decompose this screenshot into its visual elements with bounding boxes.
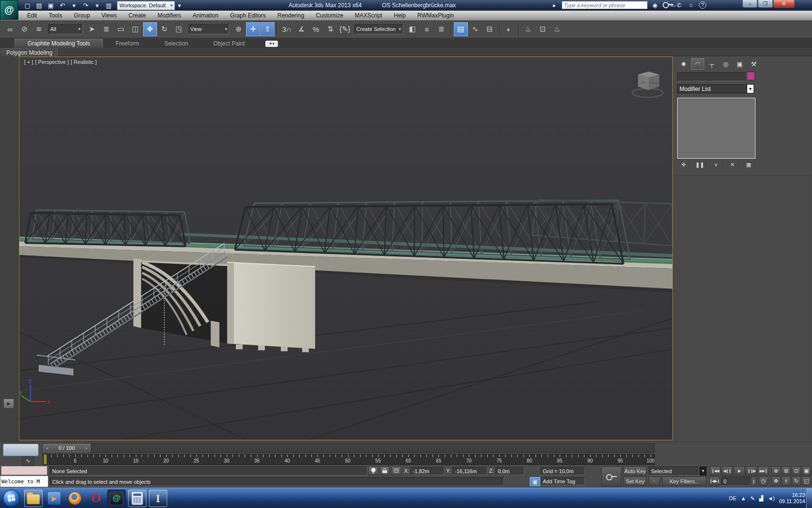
menu-rwmaxplugin[interactable]: RWMaxPlugin <box>411 11 460 20</box>
keyboard-shortcut-override-icon[interactable]: ⇧ <box>261 22 275 36</box>
play-animation-button[interactable]: ▶ <box>734 466 745 476</box>
tab-freeform[interactable]: Freeform <box>103 39 152 48</box>
zoom-all-icon[interactable]: ⊞ <box>782 466 791 476</box>
edit-named-selection-sets-icon[interactable]: {✎} <box>338 22 352 36</box>
previous-frame-button[interactable]: ◀❙❙ <box>722 466 733 476</box>
tab-object-paint[interactable]: Object Paint <box>201 39 257 48</box>
spinner-down-icon[interactable]: ▼ <box>752 481 756 483</box>
next-frame-arrow[interactable]: > <box>82 446 90 450</box>
language-indicator[interactable]: DE <box>729 495 736 501</box>
taskbar-3dsmax-button[interactable] <box>107 490 126 507</box>
select-and-rotate-icon[interactable]: ↻ <box>158 22 172 36</box>
search-icon[interactable]: ◉ <box>651 2 659 9</box>
menu-rendering[interactable]: Rendering <box>272 11 310 20</box>
lightbulb-icon[interactable] <box>368 466 378 475</box>
key-mode-toggle-button[interactable]: ❙◀▶❙ <box>710 477 719 486</box>
z-coordinate-field[interactable]: 0,0m <box>495 467 524 475</box>
undo-icon[interactable]: ↶ <box>57 1 68 10</box>
go-to-end-button[interactable]: ▶▶❙ <box>758 466 769 476</box>
key-filters-button[interactable]: Key Filters... <box>662 477 707 486</box>
make-unique-icon[interactable]: ⋎ <box>710 162 723 168</box>
bind-to-space-warp-icon[interactable]: ≋ <box>32 22 46 36</box>
close-button[interactable]: ✕ <box>773 0 795 8</box>
undo-dropdown-icon[interactable]: ▾ <box>69 1 79 10</box>
isolate-selection-icon[interactable]: ▣ <box>530 477 540 486</box>
maximize-viewport-toggle-icon[interactable]: ◱ <box>802 477 811 486</box>
time-slider-handle[interactable]: < 0 / 100 > <box>43 444 90 452</box>
select-by-name-icon[interactable]: ≣ <box>100 22 114 36</box>
utilities-tab-icon[interactable]: ⚒ <box>747 58 760 70</box>
menu-animation[interactable]: Animation <box>187 11 224 20</box>
viewport[interactable]: [ + ] [ Perspective ] [ Realistic ] <box>19 57 673 440</box>
spinner-snap-toggle-icon[interactable]: ⇅ <box>323 22 337 36</box>
workspace-options-button[interactable]: ▾ <box>176 1 183 10</box>
workspace-select[interactable]: Workspace: Default ▾ <box>117 1 175 10</box>
network-icon[interactable]: ▟ <box>759 495 763 502</box>
pen-input-icon[interactable]: ✎ <box>751 495 755 502</box>
modifier-list-dropdown[interactable]: Modifier List <box>677 84 749 93</box>
menu-modifiers[interactable]: Modifiers <box>152 11 187 20</box>
pin-stack-icon[interactable]: ✜ <box>677 162 690 168</box>
auto-key-button[interactable]: Auto Key <box>624 466 647 476</box>
menu-edit[interactable]: Edit <box>21 11 43 20</box>
x-coordinate-field[interactable]: -1,82m <box>410 467 444 475</box>
render-setup-icon[interactable]: ♨ <box>522 22 536 36</box>
modifier-stack[interactable] <box>677 98 755 159</box>
taskbar-explorer-button[interactable] <box>24 490 43 507</box>
menu-views[interactable]: Views <box>96 11 123 20</box>
configure-modifier-sets-icon[interactable]: ▦ <box>742 162 755 168</box>
motion-tab-icon[interactable]: ◎ <box>719 58 732 70</box>
search-input[interactable] <box>562 1 648 9</box>
ribbon-minimize-icon[interactable]: ▼▾ <box>265 41 278 47</box>
search-history-arrow-icon[interactable]: ▸ <box>550 2 559 9</box>
taskbar-firefox-button[interactable] <box>66 490 84 507</box>
reference-coordinate-system-select[interactable]: View▾ <box>188 24 230 34</box>
menu-customize[interactable]: Customize <box>310 11 349 20</box>
select-and-scale-icon[interactable]: ◳ <box>172 22 186 36</box>
current-frame-field[interactable]: 0 <box>721 477 751 486</box>
track-bar[interactable]: 0510152025303540455055606570758085909510… <box>43 454 655 465</box>
taskbar-calculator-button[interactable] <box>128 490 146 507</box>
key-mode-select[interactable]: Selected ▼ <box>649 466 707 476</box>
remove-modifier-icon[interactable]: ✕ <box>726 162 739 168</box>
absolute-offset-toggle-icon[interactable]: ⊡ <box>392 466 401 475</box>
taskbar-ibeam-app-button[interactable] <box>149 490 167 507</box>
start-button[interactable] <box>3 490 20 507</box>
create-tab-icon[interactable]: ✸ <box>677 58 690 70</box>
mirror-icon[interactable]: ◧ <box>406 22 420 36</box>
redo-icon[interactable]: ↷ <box>80 1 91 10</box>
taskbar-media-player-button[interactable] <box>45 490 63 507</box>
selection-lock-icon[interactable] <box>380 466 390 475</box>
graphite-ribbon-toggle-icon[interactable]: ▤ <box>454 22 468 36</box>
set-keys-button[interactable] <box>601 466 622 486</box>
show-desktop-button[interactable] <box>806 488 812 508</box>
menu-tools[interactable]: Tools <box>43 11 68 20</box>
selection-filter-select[interactable]: All▾ <box>48 24 83 34</box>
rectangular-selection-region-icon[interactable]: ▭ <box>114 22 128 36</box>
minimize-button[interactable]: – <box>742 0 757 8</box>
restore-button[interactable]: ❐ <box>758 0 773 8</box>
taskbar-opera-button[interactable] <box>87 490 105 507</box>
zoom-extents-icon[interactable]: ⊡ <box>792 466 801 476</box>
viewport-pov-menu[interactable]: [ Perspective ] <box>35 59 69 65</box>
select-object-icon[interactable]: ➤ <box>85 22 99 36</box>
curve-editor-icon[interactable]: ∿ <box>468 22 482 36</box>
orbit-icon[interactable]: ↻ <box>792 477 801 486</box>
object-name-field[interactable] <box>677 72 747 81</box>
viewport-shading-menu[interactable]: [ Realistic ] <box>71 59 97 65</box>
tab-selection[interactable]: Selection <box>152 39 201 48</box>
save-file-icon[interactable]: ▣ <box>45 1 56 10</box>
go-to-start-button[interactable]: ❙◀◀ <box>710 466 721 476</box>
object-color-swatch[interactable] <box>747 72 755 80</box>
project-folder-icon[interactable]: ▥ <box>103 1 114 10</box>
add-time-tag[interactable]: Add Time Tag <box>540 477 585 485</box>
rendered-frame-window-icon[interactable]: ⊡ <box>536 22 550 36</box>
mini-listener-scrollbar[interactable] <box>3 444 39 456</box>
communication-center-icon[interactable]: ✆ <box>675 2 683 9</box>
default-in-out-tangents-icon[interactable]: ∿ <box>649 477 660 486</box>
window-crossing-toggle-icon[interactable]: ◫ <box>129 22 143 36</box>
percent-snap-toggle-icon[interactable]: % <box>309 22 323 36</box>
menu-create[interactable]: Create <box>123 11 152 20</box>
walk-through-icon[interactable]: ‼ <box>782 477 791 486</box>
open-mini-curve-editor-icon[interactable]: ∿ <box>22 456 34 465</box>
